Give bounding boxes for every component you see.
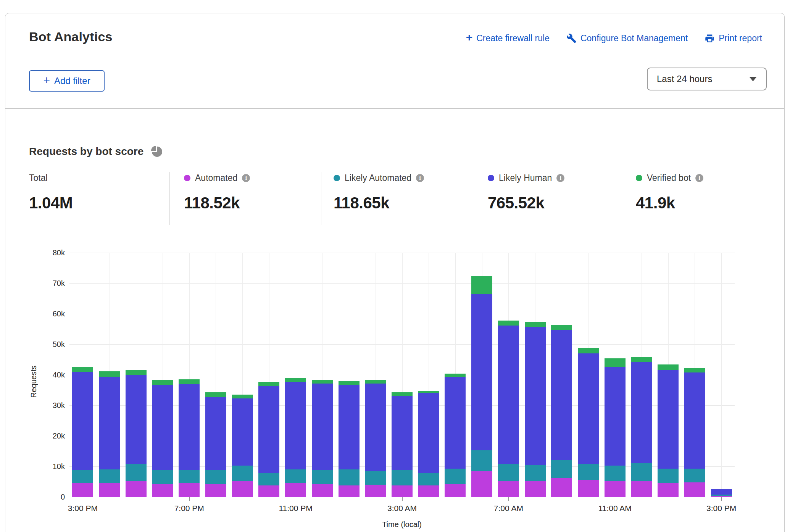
bar-segment-likely-automated[interactable]: [631, 463, 652, 481]
info-icon[interactable]: [242, 174, 250, 182]
bar-segment-automated[interactable]: [551, 478, 572, 497]
bar-segment-automated[interactable]: [285, 483, 306, 497]
bar-segment-likely-automated[interactable]: [365, 471, 386, 485]
bar-segment-automated[interactable]: [684, 482, 705, 497]
bar-segment-verified-bot[interactable]: [471, 276, 492, 294]
bar-segment-likely-human[interactable]: [631, 362, 652, 463]
bar-segment-verified-bot[interactable]: [551, 325, 572, 330]
bar-segment-verified-bot[interactable]: [684, 368, 705, 372]
bar-segment-verified-bot[interactable]: [72, 367, 93, 372]
bar-segment-likely-automated[interactable]: [498, 464, 519, 481]
bar-segment-likely-human[interactable]: [99, 377, 120, 469]
bar-segment-likely-human[interactable]: [205, 397, 226, 470]
bar-segment-likely-human[interactable]: [471, 294, 492, 450]
print-report-link[interactable]: Print report: [705, 33, 762, 44]
bar-segment-automated[interactable]: [365, 485, 386, 497]
bar-segment-likely-human[interactable]: [525, 327, 546, 465]
bar-segment-likely-automated[interactable]: [339, 469, 360, 485]
bar-segment-likely-human[interactable]: [312, 384, 333, 470]
bar-segment-automated[interactable]: [339, 485, 360, 497]
bar-segment-likely-human[interactable]: [126, 375, 147, 464]
bar-segment-verified-bot[interactable]: [445, 374, 466, 377]
bar-segment-verified-bot[interactable]: [631, 357, 652, 362]
bar-segment-automated[interactable]: [312, 484, 333, 497]
bar-segment-automated[interactable]: [525, 481, 546, 497]
bar-segment-likely-human[interactable]: [418, 393, 439, 473]
bar-segment-verified-bot[interactable]: [339, 381, 360, 385]
bar-segment-verified-bot[interactable]: [605, 358, 626, 367]
bar-segment-automated[interactable]: [445, 484, 466, 497]
bar-segment-automated[interactable]: [179, 483, 200, 497]
bar-segment-likely-automated[interactable]: [99, 469, 120, 483]
bar-segment-likely-automated[interactable]: [72, 470, 93, 483]
bar-segment-verified-bot[interactable]: [392, 392, 413, 396]
bar-segment-likely-automated[interactable]: [525, 465, 546, 481]
bar-segment-verified-bot[interactable]: [418, 391, 439, 393]
bar-segment-likely-human[interactable]: [605, 367, 626, 466]
bar-segment-likely-automated[interactable]: [312, 470, 333, 484]
bar-segment-verified-bot[interactable]: [232, 395, 253, 398]
bar-segment-likely-human[interactable]: [339, 385, 360, 469]
bar-segment-automated[interactable]: [631, 481, 652, 497]
bar-segment-likely-automated[interactable]: [684, 469, 705, 482]
bar-segment-automated[interactable]: [205, 484, 226, 497]
bar-segment-automated[interactable]: [658, 483, 679, 497]
bar-segment-automated[interactable]: [578, 480, 599, 497]
bar-segment-verified-bot[interactable]: [658, 364, 679, 370]
bar-segment-verified-bot[interactable]: [285, 378, 306, 382]
bar-segment-automated[interactable]: [72, 483, 93, 497]
configure-bot-management-link[interactable]: Configure Bot Management: [566, 33, 688, 44]
bar-segment-verified-bot[interactable]: [498, 321, 519, 326]
bar-segment-verified-bot[interactable]: [179, 379, 200, 384]
bar-segment-likely-automated[interactable]: [605, 466, 626, 480]
bar-segment-verified-bot[interactable]: [711, 489, 732, 489]
bar-segment-likely-automated[interactable]: [152, 470, 173, 484]
bar-segment-verified-bot[interactable]: [578, 348, 599, 353]
info-icon[interactable]: [416, 174, 424, 182]
bar-segment-likely-automated[interactable]: [126, 464, 147, 482]
info-icon[interactable]: [695, 174, 703, 182]
bar-segment-likely-automated[interactable]: [551, 460, 572, 478]
bar-segment-verified-bot[interactable]: [365, 380, 386, 384]
bar-segment-likely-automated[interactable]: [418, 473, 439, 485]
bar-segment-likely-automated[interactable]: [232, 466, 253, 480]
bar-segment-automated[interactable]: [605, 481, 626, 497]
bar-segment-verified-bot[interactable]: [525, 322, 546, 327]
bar-segment-likely-human[interactable]: [258, 386, 279, 473]
create-firewall-rule-link[interactable]: Create firewall rule: [466, 33, 550, 44]
bar-segment-likely-human[interactable]: [392, 396, 413, 470]
bar-segment-likely-human[interactable]: [498, 326, 519, 464]
bar-segment-likely-automated[interactable]: [578, 464, 599, 480]
bar-segment-verified-bot[interactable]: [205, 392, 226, 397]
bar-segment-verified-bot[interactable]: [258, 382, 279, 386]
bar-segment-likely-automated[interactable]: [205, 470, 226, 484]
bar-segment-likely-automated[interactable]: [179, 470, 200, 483]
bar-segment-likely-human[interactable]: [232, 398, 253, 466]
add-filter-button[interactable]: Add filter: [29, 70, 105, 92]
bar-segment-likely-human[interactable]: [658, 370, 679, 469]
bar-segment-likely-automated[interactable]: [471, 450, 492, 471]
bar-segment-automated[interactable]: [99, 483, 120, 497]
bar-segment-automated[interactable]: [232, 481, 253, 497]
bar-segment-likely-human[interactable]: [551, 330, 572, 460]
bar-segment-likely-automated[interactable]: [711, 495, 732, 496]
bar-segment-likely-human[interactable]: [152, 385, 173, 470]
bar-segment-automated[interactable]: [152, 484, 173, 497]
bar-segment-likely-human[interactable]: [711, 489, 732, 495]
bar-segment-likely-human[interactable]: [684, 372, 705, 469]
bar-segment-likely-automated[interactable]: [258, 473, 279, 486]
bar-segment-likely-automated[interactable]: [392, 470, 413, 486]
bar-segment-automated[interactable]: [392, 485, 413, 497]
bar-segment-verified-bot[interactable]: [126, 370, 147, 375]
info-icon[interactable]: [556, 174, 564, 182]
bar-segment-automated[interactable]: [498, 481, 519, 497]
time-range-select[interactable]: Last 24 hours: [647, 68, 767, 90]
bar-segment-verified-bot[interactable]: [152, 380, 173, 385]
bar-segment-likely-human[interactable]: [179, 384, 200, 470]
bar-segment-likely-human[interactable]: [285, 382, 306, 469]
bar-segment-automated[interactable]: [418, 485, 439, 497]
bar-segment-likely-human[interactable]: [72, 372, 93, 470]
bar-segment-verified-bot[interactable]: [99, 371, 120, 377]
bar-segment-likely-human[interactable]: [578, 353, 599, 464]
bar-segment-verified-bot[interactable]: [312, 380, 333, 384]
